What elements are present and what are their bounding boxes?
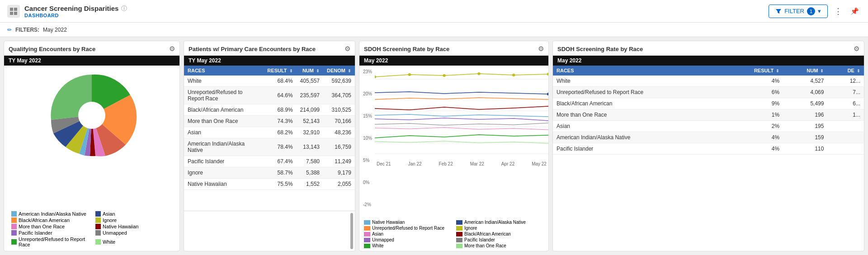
table-row: More than One Race 74.3% 52,143 70,166 (184, 116, 355, 127)
cell-num: 13,143 (297, 138, 323, 156)
cell-denom: 364,705 (323, 87, 355, 104)
legend-swatch (456, 232, 462, 236)
col4-result[interactable]: RESULT ⇕ (724, 66, 783, 76)
card3-date-label: May 2022 (364, 57, 388, 64)
col-races[interactable]: RACES (184, 66, 264, 76)
app-logo (7, 5, 20, 18)
col4-denom[interactable]: DE ⇕ (827, 66, 864, 76)
cell-result: 2% (724, 121, 783, 132)
cell-result: 78.4% (264, 138, 296, 156)
card4-table: RACES RESULT ⇕ NUM ⇕ DE ⇕ White 4% 4,527… (553, 66, 864, 155)
col4-num[interactable]: NUM ⇕ (783, 66, 827, 76)
legend-item: More than One Race (11, 224, 88, 229)
chevron-down-icon: ▾ (818, 8, 821, 14)
cell-denom: 48,236 (323, 127, 355, 138)
qualifying-encounters-card: Qualifying Encounters by Race ⚙ TY May 2… (4, 41, 180, 251)
cell-race: White (184, 76, 264, 87)
cell-num: 4,527 (783, 76, 827, 87)
legend-item: Native Hawaiian (364, 220, 452, 225)
cell-num: 5,499 (783, 98, 827, 109)
svg-rect-2 (10, 12, 13, 15)
chart-plot-area: Dec 21 Jan 22 Feb 22 Mar 22 Apr 22 May 2… (375, 66, 548, 218)
cell-result: 4% (724, 76, 783, 87)
card2-table-body: White 68.4% 405,557 592,639 Unreported/R… (184, 76, 355, 190)
header-title-block: Cancer Screening Disparities ⓘ DASHBOARD (24, 5, 769, 18)
cell-result: 68.9% (264, 104, 296, 116)
cell-result: 75.5% (264, 179, 296, 190)
svg-rect-0 (10, 8, 13, 11)
x-axis-labels: Dec 21 Jan 22 Feb 22 Mar 22 Apr 22 May 2… (375, 161, 548, 167)
cell-num: 235,597 (297, 87, 323, 104)
card4-settings-icon[interactable]: ⚙ (854, 45, 859, 53)
cell-race: American Indian/Alaska Native (553, 132, 724, 143)
legend-swatch (364, 220, 370, 225)
card1-settings-icon[interactable]: ⚙ (169, 45, 175, 53)
svg-rect-1 (14, 8, 17, 11)
cell-num: 196 (783, 109, 827, 121)
legend-swatch (95, 239, 101, 245)
card2-date-bar: TY May 2022 (184, 56, 355, 66)
card4-date-label: May 2022 (557, 57, 581, 64)
cell-denom: 310,525 (323, 104, 355, 116)
card2-table: RACES RESULT ⇕ NUM ⇕ DENOM ⇕ White 68.4%… (184, 66, 355, 190)
legend-item: More than One Race (456, 243, 544, 248)
legend-item: Unmapped (364, 237, 452, 242)
legend-swatch (456, 220, 462, 225)
card2-table-container[interactable]: RACES RESULT ⇕ NUM ⇕ DENOM ⇕ White 68.4%… (184, 66, 355, 211)
legend-swatch (11, 211, 17, 217)
cell-num: 1,552 (297, 179, 323, 190)
table-row: Asian 68.2% 32,910 48,236 (184, 127, 355, 138)
legend-swatch (456, 244, 462, 248)
legend-swatch (11, 239, 17, 245)
col-denom[interactable]: DENOM ⇕ (323, 66, 355, 76)
info-icon[interactable]: ⓘ (121, 5, 127, 13)
more-options-button[interactable]: ⋮ (832, 5, 844, 18)
card4-title: SDOH Screening Rate by Race (557, 46, 643, 52)
card4-table-container[interactable]: RACES RESULT ⇕ NUM ⇕ DE ⇕ White 4% 4,527… (553, 66, 864, 251)
legend-item: American Indian/Alaska Native (456, 220, 544, 225)
header-actions: FILTER 1 ▾ ⋮ 📌 (769, 5, 861, 18)
cell-race: Native Hawaiian (184, 179, 264, 190)
cell-result: 4% (724, 143, 783, 155)
pie-chart-area (4, 66, 179, 208)
cell-denom: 6... (827, 98, 864, 109)
pin-button[interactable]: 📌 (849, 5, 861, 17)
card2-title: Patients w/ Primary Care Encounters by R… (189, 46, 316, 52)
legend-item: Ignore (456, 226, 544, 231)
table-row: Unreported/Refused to Report Race 6% 4,0… (553, 87, 864, 98)
legend-swatch (11, 224, 17, 229)
table-row: Unreported/Refused to Report Race 64.6% … (184, 87, 355, 104)
cell-race: Pacific Islander (553, 143, 724, 155)
filters-label: FILTERS: (15, 27, 39, 33)
filter-button[interactable]: FILTER 1 ▾ (769, 5, 828, 18)
cell-denom: 70,166 (323, 116, 355, 127)
legend-swatch (95, 230, 101, 236)
cell-race: White (553, 76, 724, 87)
pie-chart (42, 70, 142, 161)
table-row: Native Hawaiian 75.5% 1,552 2,055 (184, 179, 355, 190)
cell-race: Unreported/Refused to Report Race (184, 87, 264, 104)
cell-result: 9% (724, 98, 783, 109)
card3-legend: Native Hawaiian American Indian/Alaska N… (359, 218, 548, 251)
col-num[interactable]: NUM ⇕ (297, 66, 323, 76)
cell-denom: 12... (827, 76, 864, 87)
app-subtitle[interactable]: DASHBOARD (24, 13, 769, 18)
table-row: More than One Race 1% 196 1... (553, 109, 864, 121)
card1-date-label: TY May 2022 (9, 57, 41, 64)
cell-result: 1% (724, 109, 783, 121)
col-result[interactable]: RESULT ⇕ (264, 66, 296, 76)
card3-settings-icon[interactable]: ⚙ (538, 45, 544, 53)
cell-result: 68.2% (264, 127, 296, 138)
sdoh-screening-chart-card: SDOH Screening Rate by Race ⚙ May 2022 2… (359, 41, 549, 251)
card2-header: Patients w/ Primary Care Encounters by R… (184, 41, 355, 56)
legend-swatch (95, 217, 101, 223)
cell-denom: 16,759 (323, 138, 355, 156)
cell-race: Unreported/Refused to Report Race (553, 87, 724, 98)
col4-races[interactable]: RACES (553, 66, 724, 76)
legend-swatch (456, 238, 462, 242)
edit-icon[interactable]: ✏ (7, 27, 12, 33)
app-title: Cancer Screening Disparities (24, 5, 118, 12)
card2-settings-icon[interactable]: ⚙ (344, 45, 350, 53)
table-row: American Indian/Alaska Native 78.4% 13,1… (184, 138, 355, 156)
legend-item: Asian (95, 211, 172, 217)
